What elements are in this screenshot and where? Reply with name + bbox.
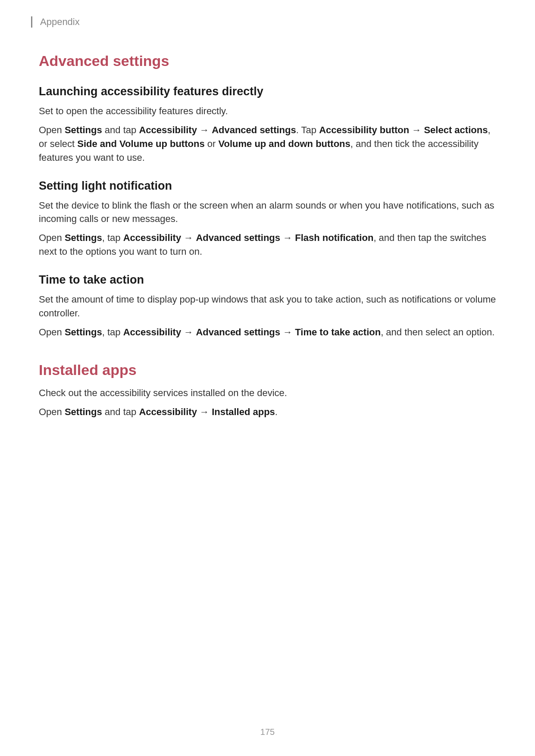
- text-bold: Settings: [65, 406, 102, 417]
- text-fragment: , and then select an option.: [381, 327, 494, 337]
- text-bold: Accessibility button: [319, 125, 409, 135]
- text-bold: Side and Volume up buttons: [77, 138, 204, 149]
- text-bold: Advanced settings: [196, 232, 280, 243]
- arrow-icon: →: [197, 406, 212, 417]
- page-container: Appendix Advanced settings Launching acc…: [0, 0, 535, 419]
- breadcrumb: Appendix: [40, 16, 496, 28]
- body-text: Open Settings and tap Accessibility → Ad…: [39, 123, 496, 165]
- section-title-installed: Installed apps: [39, 362, 496, 378]
- text-fragment: . Tap: [296, 125, 319, 135]
- body-text: Set the amount of time to display pop-up…: [39, 293, 496, 320]
- text-fragment: , tap: [102, 232, 123, 243]
- body-text: Open Settings and tap Accessibility → In…: [39, 405, 496, 419]
- text-fragment: .: [275, 406, 278, 417]
- section-installed-apps: Installed apps Check out the accessibili…: [39, 362, 496, 419]
- text-bold: Settings: [65, 125, 102, 135]
- arrow-icon: →: [181, 232, 196, 243]
- subsection-launching: Launching accessibility features directl…: [39, 85, 496, 98]
- text-fragment: and tap: [102, 406, 139, 417]
- text-fragment: or: [205, 138, 219, 149]
- text-bold: Accessibility: [139, 406, 197, 417]
- text-bold: Settings: [65, 232, 102, 243]
- text-fragment: , tap: [102, 327, 123, 337]
- text-bold: Select actions: [424, 125, 488, 135]
- text-fragment: Open: [39, 327, 65, 337]
- header-bar: Appendix: [31, 16, 496, 28]
- text-fragment: and tap: [102, 125, 139, 135]
- body-text: Check out the accessibility services ins…: [39, 386, 496, 400]
- text-bold: Installed apps: [212, 406, 275, 417]
- section-advanced-settings: Advanced settings Launching accessibilit…: [39, 53, 496, 339]
- arrow-icon: →: [409, 125, 424, 135]
- text-fragment: Open: [39, 125, 65, 135]
- arrow-icon: →: [197, 125, 212, 135]
- subsection-light-notification: Setting light notification: [39, 179, 496, 193]
- arrow-icon: →: [280, 232, 295, 243]
- body-text: Set the device to blink the flash or the…: [39, 199, 496, 226]
- text-bold: Accessibility: [123, 232, 181, 243]
- text-bold: Accessibility: [139, 125, 197, 135]
- body-text: Open Settings, tap Accessibility → Advan…: [39, 231, 496, 259]
- text-fragment: Open: [39, 406, 65, 417]
- text-bold: Time to take action: [295, 327, 381, 337]
- arrow-icon: →: [181, 327, 196, 337]
- subsection-time-to-action: Time to take action: [39, 273, 496, 287]
- body-text: Open Settings, tap Accessibility → Advan…: [39, 325, 496, 339]
- text-fragment: Open: [39, 232, 65, 243]
- text-bold: Volume up and down buttons: [218, 138, 350, 149]
- text-bold: Advanced settings: [212, 125, 296, 135]
- page-number: 175: [0, 727, 535, 737]
- text-bold: Flash notification: [295, 232, 373, 243]
- text-bold: Accessibility: [123, 327, 181, 337]
- section-title-advanced: Advanced settings: [39, 53, 496, 69]
- body-text: Set to open the accessibility features d…: [39, 104, 496, 118]
- text-bold: Settings: [65, 327, 102, 337]
- text-bold: Advanced settings: [196, 327, 280, 337]
- arrow-icon: →: [280, 327, 295, 337]
